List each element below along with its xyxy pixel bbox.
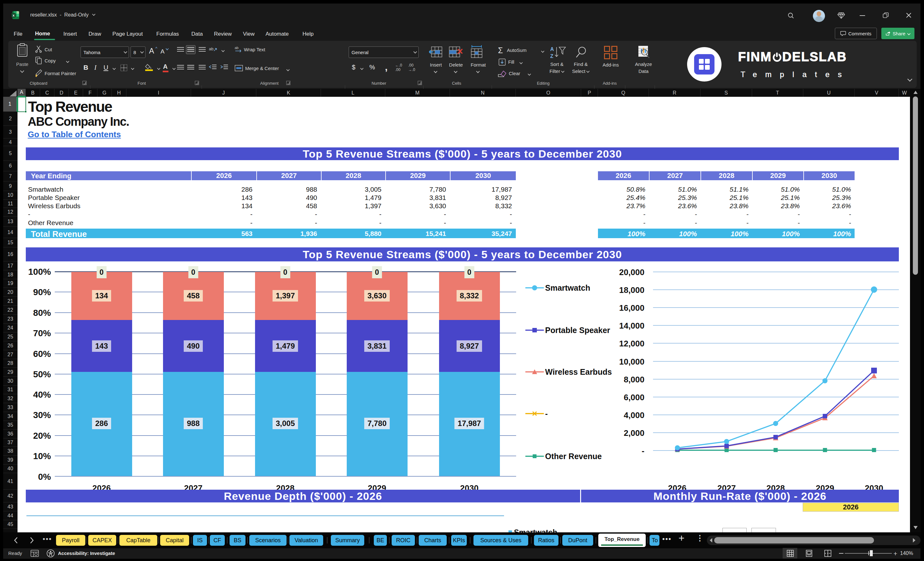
svg-text:ab: ab	[209, 46, 213, 51]
svg-text:ab: ab	[235, 46, 238, 50]
svg-text:A: A	[550, 46, 554, 52]
svg-text:Z: Z	[550, 54, 554, 59]
